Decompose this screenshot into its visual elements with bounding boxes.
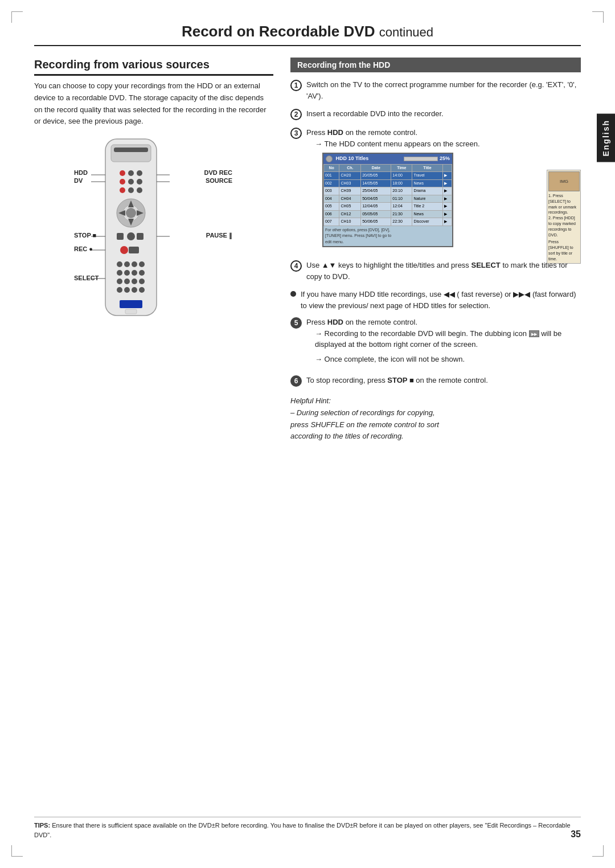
label-dvd-rec: DVD REC <box>204 169 232 176</box>
hdd-cell-arrow: ▶ <box>442 218 452 226</box>
page-title-continued: continued <box>379 25 433 39</box>
svg-point-3 <box>120 170 125 176</box>
svg-rect-41 <box>125 309 137 314</box>
svg-point-20 <box>127 232 135 240</box>
side-info-thumbnail: IMG <box>548 171 580 191</box>
svg-point-34 <box>132 279 137 284</box>
svg-point-25 <box>124 261 130 267</box>
col-time: Time <box>391 164 412 172</box>
hdd-cell: Drama <box>412 187 442 195</box>
bullet-text: If you have many HDD title recordings, u… <box>301 289 581 311</box>
step-5-sub2: → Once complete, the icon will not be sh… <box>315 354 581 365</box>
remote-control-area: HDD DV DVD REC SOURCE STOP ■ PAUSE ‖ REC… <box>74 136 233 347</box>
step-1-content: Switch on the TV to the correct programm… <box>306 79 581 101</box>
svg-point-9 <box>120 187 125 193</box>
label-rec: REC ● <box>74 245 93 252</box>
hdd-cell: 12/04/05 <box>361 203 391 211</box>
hdd-cell: 005 <box>324 203 339 211</box>
hdd-screen-disc-icon: HDD 10 Titles <box>326 155 368 163</box>
progress-percent: 25% <box>440 155 450 161</box>
hdd-cell: 20/05/05 <box>361 172 391 180</box>
hdd-cell: Title 2 <box>412 203 442 211</box>
step-1: 1 Switch on the TV to the correct progra… <box>290 79 581 101</box>
hdd-cell: 006 <box>324 210 339 218</box>
svg-point-11 <box>137 187 142 193</box>
svg-point-31 <box>139 270 145 276</box>
svg-point-37 <box>124 287 130 293</box>
svg-point-33 <box>124 279 130 284</box>
hdd-title-text: HDD 10 Titles <box>336 155 369 161</box>
hdd-cell: CH12 <box>339 210 361 218</box>
svg-rect-40 <box>120 300 142 308</box>
svg-point-30 <box>132 270 137 276</box>
right-column: Recording from the HDD 1 Switch on the T… <box>290 58 581 443</box>
hdd-cell: 50/04/05 <box>361 195 391 203</box>
label-source: SOURCE <box>206 177 232 184</box>
hdd-cell: 12:04 <box>391 203 412 211</box>
tips-text: Ensure that there is sufficient space av… <box>34 822 571 838</box>
hdd-table: No Ch. Date Time Title 001CH20 <box>323 164 452 226</box>
svg-point-24 <box>117 261 122 267</box>
tips-box: TIPS: Ensure that there is sufficient sp… <box>34 817 581 840</box>
hdd-cell: 50/06/05 <box>361 218 391 226</box>
tips-label: TIPS: <box>34 822 50 829</box>
hdd-screen-container: HDD 10 Titles 25% <box>306 153 581 247</box>
step-1-num: 1 <box>290 80 302 91</box>
bullet-step: If you have many HDD title recordings, u… <box>290 289 581 311</box>
hdd-cell-arrow: ▶ <box>442 187 452 195</box>
svg-rect-1 <box>111 145 151 162</box>
step-6: 6 To stop recording, press STOP ■ on the… <box>290 375 581 387</box>
hdd-cell: 14:00 <box>391 172 412 180</box>
svg-rect-2 <box>114 148 148 152</box>
step-2-content: Insert a recordable DVD into the recorde… <box>306 108 581 120</box>
col-date: Date <box>361 164 391 172</box>
svg-point-38 <box>132 287 137 293</box>
label-dv: DV <box>74 177 83 184</box>
step-2: 2 Insert a recordable DVD into the recor… <box>290 108 581 120</box>
section-heading-left: Recording from various sources <box>34 58 273 76</box>
label-pause: PAUSE ‖ <box>206 232 232 239</box>
hdd-cell-arrow: ▶ <box>442 203 452 211</box>
step-3-sub: → The HDD content menu appears on the sc… <box>315 138 581 150</box>
progress-bar <box>404 157 438 161</box>
corner-mark-bl <box>11 845 23 857</box>
hdd-cell: 21:30 <box>391 210 412 218</box>
svg-rect-23 <box>129 247 139 253</box>
page-container: English Record on Recordable DVD continu… <box>0 0 615 868</box>
hdd-cell: CH10 <box>339 218 361 226</box>
step-5-content: Press HDD on the remote control. → Recor… <box>306 317 581 368</box>
svg-point-10 <box>128 187 134 193</box>
helpful-hint-line3: according to the titles of recording. <box>290 431 581 443</box>
step-4-num: 4 <box>290 260 302 272</box>
hdd-cell: 18:00 <box>391 179 412 187</box>
hdd-cell: 22:30 <box>391 218 412 226</box>
label-hdd: HDD <box>74 169 88 176</box>
hdd-cell: Discover <box>412 218 442 226</box>
corner-mark-br <box>592 845 604 857</box>
step-5: 5 Press HDD on the remote control. → Rec… <box>290 317 581 368</box>
dubbing-icon: ▶▶ <box>529 330 539 337</box>
svg-rect-19 <box>117 233 124 240</box>
main-content: Recording from various sources You can c… <box>34 58 581 443</box>
hdd-screen-progress: 25% <box>404 155 450 163</box>
svg-point-4 <box>128 170 134 176</box>
hdd-cell: 01:10 <box>391 195 412 203</box>
step-6-content: To stop recording, press STOP ■ on the r… <box>306 375 581 386</box>
label-select: SELECT <box>74 275 99 281</box>
hdd-cell: 002 <box>324 179 339 187</box>
hdd-cell-arrow: ▶ <box>442 179 452 187</box>
svg-point-36 <box>117 287 122 293</box>
svg-point-22 <box>120 246 128 254</box>
hdd-cell: 007 <box>324 218 339 226</box>
left-column: Recording from various sources You can c… <box>34 58 273 443</box>
hdd-cell: 001 <box>324 172 339 180</box>
hdd-cell: News <box>412 210 442 218</box>
step-3: 3 Press HDD on the remote control. → The… <box>290 127 581 253</box>
col-title: Title <box>412 164 442 172</box>
step-4: 4 Use ▲▼ keys to highlight the title/tit… <box>290 260 581 282</box>
step-3-content: Press HDD on the remote control. → The H… <box>306 127 581 253</box>
svg-point-7 <box>128 179 134 185</box>
hdd-cell: CH03 <box>339 179 361 187</box>
svg-point-35 <box>139 279 145 284</box>
hdd-cell-arrow: ▶ <box>442 210 452 218</box>
